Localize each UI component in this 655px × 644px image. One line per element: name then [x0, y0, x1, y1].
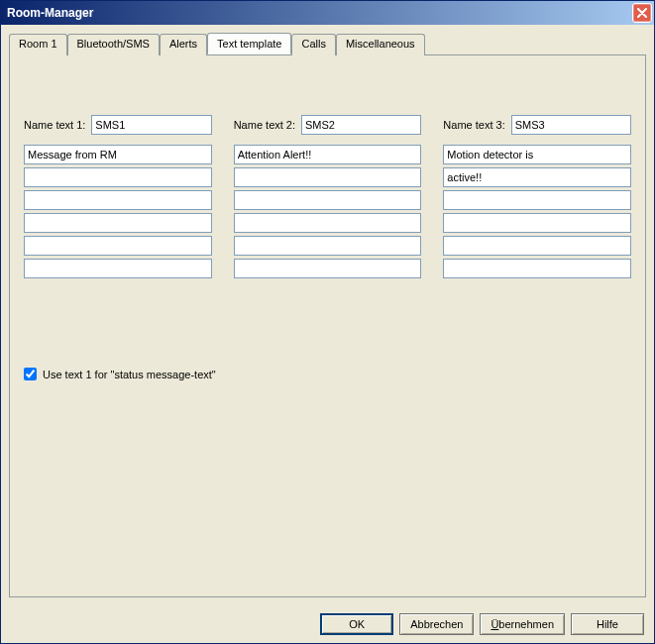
text-template-column-2: Name text 2:	[234, 115, 422, 278]
tabstrip: Room 1Bluetooth/SMSAlertsText templateCa…	[9, 33, 646, 54]
template-3-line-3[interactable]	[443, 190, 631, 210]
window-title: Room-Manager	[7, 6, 93, 20]
template-2-line-1[interactable]	[234, 145, 422, 164]
template-3-line-1[interactable]	[443, 145, 631, 164]
name-text-label-1: Name text 1:	[24, 119, 85, 131]
use-text1-checkbox-row: Use text 1 for "status message-text"	[24, 368, 631, 380]
template-1-line-6[interactable]	[24, 259, 212, 278]
template-2-line-6[interactable]	[234, 259, 422, 278]
text-template-column-3: Name text 3:	[443, 115, 631, 278]
template-3-line-5[interactable]	[443, 236, 631, 256]
name-text-input-3[interactable]	[511, 115, 631, 135]
help-button[interactable]: Hilfe	[571, 613, 644, 635]
template-lines-3	[443, 145, 631, 278]
template-2-line-3[interactable]	[234, 190, 422, 210]
name-text-input-1[interactable]	[91, 115, 211, 135]
name-text-label-3: Name text 3:	[443, 119, 504, 131]
close-button[interactable]	[632, 3, 652, 23]
cancel-button[interactable]: Abbrechen	[399, 613, 474, 635]
template-2-line-5[interactable]	[234, 236, 422, 256]
template-1-line-4[interactable]	[24, 213, 212, 233]
template-2-line-2[interactable]	[234, 167, 422, 187]
name-row-1: Name text 1:	[24, 115, 212, 135]
template-1-line-1[interactable]	[24, 145, 212, 164]
text-template-columns: Name text 1:Name text 2:Name text 3:	[24, 115, 631, 278]
use-text1-checkbox[interactable]	[24, 368, 37, 380]
dialog-button-row: OK Abbrechen Übernehmen Hilfe	[1, 605, 654, 643]
name-text-label-2: Name text 2:	[234, 119, 295, 131]
template-lines-1	[24, 145, 212, 278]
apply-button[interactable]: Übernehmen	[480, 613, 565, 635]
name-text-input-2[interactable]	[301, 115, 421, 135]
ok-button[interactable]: OK	[320, 613, 393, 635]
tab-text-template[interactable]: Text template	[207, 33, 291, 54]
template-lines-2	[234, 145, 422, 278]
use-text1-checkbox-label[interactable]: Use text 1 for "status message-text"	[43, 369, 216, 380]
template-1-line-5[interactable]	[24, 236, 212, 256]
tab-bluetooth-sms[interactable]: Bluetooth/SMS	[67, 34, 160, 55]
close-icon	[637, 8, 647, 18]
tab-calls[interactable]: Calls	[291, 34, 335, 55]
titlebar: Room-Manager	[1, 1, 654, 25]
template-3-line-2[interactable]	[443, 167, 631, 187]
client-area: Room 1Bluetooth/SMSAlertsText templateCa…	[1, 25, 654, 605]
window: Room-Manager Room 1Bluetooth/SMSAlertsTe…	[0, 0, 655, 644]
template-2-line-4[interactable]	[234, 213, 422, 233]
text-template-column-1: Name text 1:	[24, 115, 212, 278]
tab-miscellaneous[interactable]: Miscellaneous	[336, 34, 425, 55]
template-3-line-6[interactable]	[443, 259, 631, 278]
name-row-3: Name text 3:	[443, 115, 631, 135]
tab-alerts[interactable]: Alerts	[160, 34, 207, 55]
name-row-2: Name text 2:	[234, 115, 422, 135]
template-1-line-3[interactable]	[24, 190, 212, 210]
template-3-line-4[interactable]	[443, 213, 631, 233]
tab-panel-text-template: Name text 1:Name text 2:Name text 3: Use…	[9, 54, 646, 597]
apply-rest: bernehmen	[498, 618, 554, 630]
template-1-line-2[interactable]	[24, 167, 212, 187]
tab-room-1[interactable]: Room 1	[9, 34, 67, 55]
